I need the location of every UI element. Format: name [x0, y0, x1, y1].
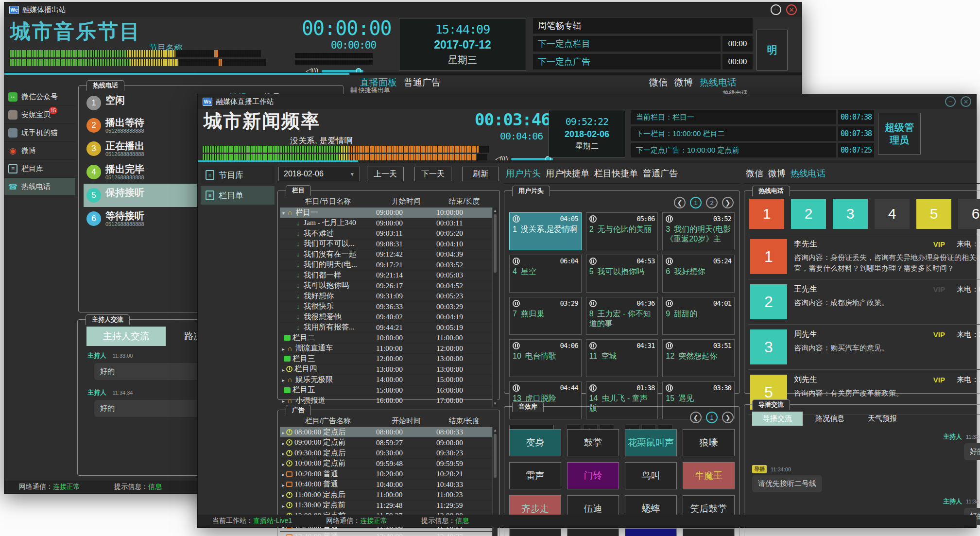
clip-source-tab[interactable]: 栏目快捷单 [594, 168, 638, 179]
chat-tab[interactable]: 天气预报 [857, 412, 908, 426]
table-row[interactable]: 栏目四 13:00:00 13:00:00 [280, 364, 492, 375]
table-row[interactable]: 11:00:00 定点后 11:00:00 11:00:23 [280, 490, 492, 501]
tomorrow-button[interactable]: 明 [756, 30, 788, 70]
table-row[interactable]: Jam - 七月上340 09:00:00 00:03:11 [280, 218, 492, 229]
page-number[interactable]: 1 [706, 412, 718, 423]
back-titlebar[interactable]: Wc 融媒体播出站 − ✕ [4, 2, 802, 17]
sfx-button[interactable]: 花栗鼠叫声 [625, 429, 677, 456]
sfx-button[interactable]: 门铃 [567, 462, 619, 489]
clip-card[interactable]: 04:05 1没关系,是爱情啊 [509, 212, 582, 250]
date-button[interactable]: 刷新 [462, 167, 499, 181]
clip-card[interactable]: 04:06 10电台情歌 [509, 339, 582, 377]
social-tab[interactable]: 热线电话 [791, 168, 825, 179]
social-tab[interactable]: 微信 [746, 168, 763, 179]
table-row[interactable]: 11:30:00 定点前 11:29:48 11:29:59 [280, 501, 492, 511]
sfx-button[interactable]: 婴儿笑 [509, 528, 561, 536]
sfx-button[interactable]: 雨声 [567, 528, 619, 536]
sidebar-item[interactable]: 微信公众号 [4, 88, 75, 106]
page-number[interactable]: 1 [690, 197, 702, 208]
expand-caret[interactable] [282, 396, 284, 405]
clip-source-tab[interactable]: 用户片头 [506, 168, 541, 179]
table-row[interactable]: 我们可不可以... 09:08:31 00:04:10 [280, 239, 492, 250]
date-select[interactable]: 2018-02-06▼ [278, 167, 360, 181]
table-row[interactable]: 10:40:00 普通 10:40:00 10:40:33 [280, 480, 492, 490]
library-nav-item[interactable]: ≡ 栏目单 [201, 186, 275, 205]
table-row[interactable]: 08:00:00 定点后 08:00:00 08:00:33 [280, 427, 492, 438]
table-row[interactable]: 小强报道 16:00:00 17:00:00 [280, 396, 492, 406]
line-square[interactable]: 1 [749, 199, 784, 229]
close-icon[interactable]: ✕ [786, 4, 797, 15]
prev-page-icon[interactable]: ❮ [690, 412, 702, 423]
expand-caret[interactable] [282, 365, 284, 374]
table-row[interactable]: 栏目二 10:00:00 11:00:00 [280, 333, 492, 344]
clip-source-tab[interactable]: 用户快捷单 [546, 168, 589, 179]
social-tab[interactable]: 微博 [768, 168, 786, 179]
table-row[interactable]: 09:00:00 定点前 08:59:27 09:00:00 [280, 438, 492, 449]
expand-caret[interactable] [282, 208, 284, 217]
date-button[interactable]: 下一天 [414, 167, 451, 181]
next-page-icon[interactable]: ❯ [722, 197, 734, 208]
sfx-button[interactable]: 牛魔王 [683, 462, 735, 489]
sidebar-item[interactable]: 栏目库 [4, 160, 75, 178]
volume-slider[interactable] [511, 158, 553, 160]
library-nav-item[interactable]: ≡ 节目库 [201, 166, 275, 184]
expand-caret[interactable] [282, 490, 284, 499]
super-admin-button[interactable]: 超级管理员 [878, 113, 921, 155]
date-button[interactable]: 上一天 [367, 167, 404, 181]
social-tab[interactable]: 微博 [674, 76, 693, 89]
caller-card[interactable]: 1 李先生 VIP 来电：18 咨询内容：身份证丢失，咨询有关异地办理身份证的相… [748, 234, 980, 279]
table-row[interactable]: 我很快乐 09:36:33 00:03:29 [280, 302, 492, 312]
table-row[interactable]: 10:20:00 普通 10:20:00 10:20:21 [280, 469, 492, 480]
prev-page-icon[interactable]: ❮ [674, 197, 686, 208]
minimize-icon[interactable]: − [945, 96, 956, 107]
sidebar-item[interactable]: 热线电话 [4, 178, 75, 196]
sfx-button[interactable]: 变身 [509, 429, 561, 456]
expand-caret[interactable] [282, 449, 284, 457]
line-square[interactable]: 2 [791, 199, 826, 229]
sfx-button[interactable]: 鸟叫 [625, 462, 677, 489]
clip-card[interactable]: 04:53 5我可以抱你吗 [586, 255, 658, 293]
clip-source-tab[interactable]: 普通广告 [643, 168, 678, 179]
line-square[interactable]: 6 [958, 199, 980, 229]
table-row[interactable]: 栏目一 09:00:00 10:00:00 [280, 207, 492, 218]
table-row[interactable]: 娱乐无极限 14:00:00 15:00:00 [280, 375, 492, 385]
sidebar-item[interactable]: 安妮宝贝 15 [4, 106, 75, 124]
expand-caret[interactable] [282, 469, 284, 478]
chat-tab[interactable]: 路况信息 [805, 412, 855, 426]
chat-tab[interactable]: 主持人交流 [86, 327, 166, 346]
clip-card[interactable]: 03:51 12突然想起你 [662, 339, 735, 377]
expand-caret[interactable] [282, 459, 284, 468]
minimize-icon[interactable]: − [771, 4, 781, 15]
line-square[interactable]: 4 [875, 199, 910, 229]
caller-card[interactable]: 3 周先生 VIP 来电：20 咨询内容：购买汽车的意见。 [748, 325, 980, 370]
table-row[interactable]: 我不难过 09:03:11 00:05:20 [280, 228, 492, 239]
expand-caret[interactable] [282, 438, 284, 447]
chat-tab[interactable]: 导播交流 [752, 412, 803, 426]
table-row[interactable]: 我好想你 09:31:09 00:05:23 [280, 291, 492, 302]
expand-caret[interactable] [282, 428, 284, 436]
clip-card[interactable]: 04:36 8王力宏 - 你不知 道的事 [586, 297, 658, 335]
sidebar-item[interactable]: 微博 [4, 142, 75, 160]
table-row[interactable]: 潮流直通车 11:00:00 12:00:00 [280, 344, 492, 354]
sfx-button[interactable]: 众人笑 [625, 528, 677, 536]
social-tab[interactable]: 热线电话 [700, 76, 737, 89]
table-row[interactable]: 我们都一样 09:21:14 00:05:03 [280, 270, 492, 281]
sfx-button[interactable]: 周星驰笑 [683, 528, 735, 536]
expand-caret[interactable] [282, 344, 284, 353]
clip-card[interactable]: 06:04 4星空 [509, 255, 582, 293]
page-number[interactable]: 2 [706, 197, 718, 208]
table-row[interactable]: 09:30:00 定点后 09:30:00 09:30:23 [280, 448, 492, 459]
sfx-button[interactable]: 鼓掌 [567, 429, 619, 456]
expand-caret[interactable] [282, 532, 284, 536]
front-titlebar[interactable]: Ws 融媒体直播工作站 − ✕ [198, 94, 976, 109]
table-row[interactable]: 我很想爱他 09:40:02 00:04:19 [280, 312, 492, 323]
table-row[interactable]: 我用所有报答... 09:44:21 00:05:19 [280, 323, 492, 333]
scrollbar[interactable]: ▲ ▼ [492, 207, 498, 407]
line-square[interactable]: 5 [916, 199, 951, 229]
line-square[interactable]: 3 [833, 199, 868, 229]
table-row[interactable]: 我可以抱你吗 09:26:17 00:04:52 [280, 281, 492, 292]
expand-caret[interactable] [282, 480, 284, 489]
expand-caret[interactable] [282, 375, 284, 384]
table-row[interactable]: 我们没有在一起 09:12:42 00:04:39 [280, 249, 492, 260]
volume-slider[interactable] [322, 70, 363, 72]
